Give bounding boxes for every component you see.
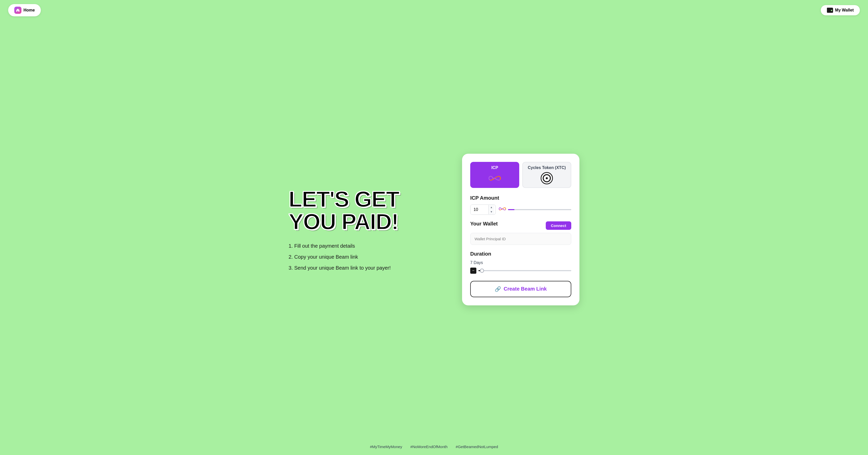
amount-spinners: ▲ ▼ [488, 205, 494, 214]
wallet-label: Your Wallet [470, 221, 498, 227]
token-icp-option[interactable]: ICP [470, 162, 519, 188]
hashtag-2: #NoMoreEndOfMonth [410, 445, 447, 449]
token-icp-label: ICP [491, 166, 498, 170]
token-selector: ICP Cycles Token (XTC) [470, 162, 571, 188]
step-2: 2. Copy your unique Beam link [288, 254, 442, 260]
home-logo-icon [14, 7, 22, 14]
payment-card: ICP Cycles Token (XTC) [462, 154, 580, 305]
xtc-dot [546, 177, 548, 179]
icp-logo-icon [489, 172, 501, 184]
amount-decrement-button[interactable]: ▼ [489, 210, 494, 214]
hashtag-3: #GetBeamedNotLumped [456, 445, 498, 449]
duration-slider[interactable] [478, 270, 571, 271]
duration-slider-row: − [470, 267, 571, 274]
create-beam-link-button[interactable]: 🔗 Create Beam Link [470, 281, 571, 297]
amount-input[interactable] [470, 205, 488, 215]
main-content: LET'S GET YOU PAID! 1. Fill out the paym… [0, 21, 868, 438]
wallet-principal-input[interactable] [470, 233, 571, 245]
home-button[interactable]: Home [8, 4, 41, 16]
headline-line2: YOU PAID! [288, 209, 398, 234]
my-wallet-button[interactable]: My Wallet [821, 5, 860, 15]
svg-point-2 [831, 10, 832, 11]
xtc-circle [543, 174, 551, 182]
headline-line1: LET'S GET [288, 187, 399, 212]
headline: LET'S GET YOU PAID! [288, 188, 442, 233]
amount-slider[interactable] [508, 209, 571, 210]
step-3: 3. Send your unique Beam link to your pa… [288, 265, 442, 271]
connect-button[interactable]: Connect [546, 221, 571, 230]
step-1: 1. Fill out the payment details [288, 243, 442, 249]
token-xtc-label: Cycles Token (XTC) [528, 166, 566, 170]
steps-list: 1. Fill out the payment details 2. Copy … [288, 243, 442, 271]
footer: #MyTimeMyMoney #NoMoreEndOfMonth #GetBea… [0, 438, 868, 455]
create-beam-link-label: Create Beam Link [504, 286, 547, 292]
icp-infinity-icon [499, 206, 506, 212]
my-wallet-label: My Wallet [835, 8, 854, 12]
wallet-section: Your Wallet Connect [470, 221, 571, 245]
left-section: LET'S GET YOU PAID! 1. Fill out the paym… [288, 188, 442, 271]
home-button-label: Home [24, 8, 35, 12]
hashtag-1: #MyTimeMyMoney [370, 445, 402, 449]
link-icon: 🔗 [495, 286, 501, 292]
duration-decrement-button[interactable]: − [470, 267, 476, 274]
xtc-logo-icon [541, 172, 553, 184]
token-xtc-option[interactable]: Cycles Token (XTC) [522, 162, 571, 188]
wallet-header-row: Your Wallet Connect [470, 221, 571, 230]
amount-increment-button[interactable]: ▲ [489, 205, 494, 210]
slider-row [499, 206, 571, 212]
svg-rect-1 [827, 8, 832, 9]
duration-section: Duration 7 Days − [470, 251, 571, 274]
duration-value: 7 Days [470, 260, 571, 265]
amount-section: ICP Amount ▲ ▼ [470, 195, 571, 215]
duration-label: Duration [470, 251, 571, 257]
amount-input-row: ▲ ▼ [470, 204, 571, 215]
header: Home My Wallet [0, 0, 868, 21]
wallet-icon [827, 8, 833, 13]
amount-input-wrapper: ▲ ▼ [470, 204, 496, 215]
amount-label: ICP Amount [470, 195, 571, 201]
